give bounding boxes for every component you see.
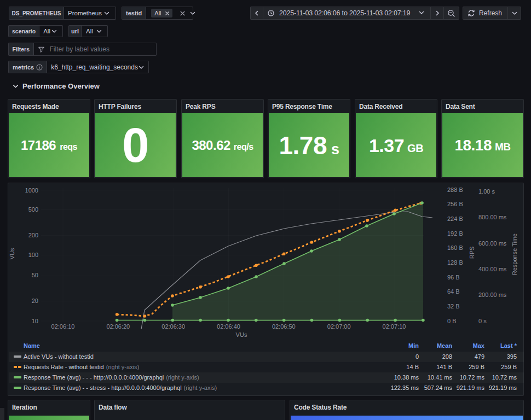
- svg-text:VUs: VUs: [236, 331, 247, 338]
- svg-text:200.00 ms: 200.00 ms: [478, 291, 507, 298]
- svg-text:VUs: VUs: [9, 248, 15, 259]
- svg-text:Response Time: Response Time: [511, 234, 518, 275]
- svg-text:600.00 ms: 600.00 ms: [478, 240, 507, 247]
- svg-text:02:07:00: 02:07:00: [327, 323, 351, 330]
- svg-text:500: 500: [28, 206, 38, 213]
- svg-text:288 B: 288 B: [447, 186, 463, 193]
- svg-text:200: 200: [28, 232, 38, 238]
- svg-text:02:06:30: 02:06:30: [161, 323, 185, 330]
- svg-text:10: 10: [32, 318, 38, 324]
- svg-text:32 B: 32 B: [447, 303, 460, 310]
- svg-text:02:06:10: 02:06:10: [51, 323, 75, 330]
- svg-text:256 B: 256 B: [447, 201, 463, 207]
- svg-text:800.00 ms: 800.00 ms: [478, 214, 507, 220]
- svg-text:50: 50: [32, 272, 38, 278]
- svg-text:0 s: 0 s: [478, 318, 487, 324]
- svg-text:64 B: 64 B: [447, 288, 460, 295]
- svg-text:128 B: 128 B: [447, 259, 463, 266]
- svg-text:02:06:50: 02:06:50: [272, 323, 296, 330]
- svg-text:02:06:40: 02:06:40: [217, 323, 240, 330]
- svg-text:0 B: 0 B: [447, 318, 457, 324]
- svg-text:1000: 1000: [25, 187, 38, 194]
- svg-text:02:07:10: 02:07:10: [383, 323, 406, 330]
- svg-text:192 B: 192 B: [447, 230, 463, 237]
- svg-text:1.00 s: 1.00 s: [478, 188, 495, 195]
- svg-text:96 B: 96 B: [447, 274, 460, 281]
- svg-text:224 B: 224 B: [447, 215, 463, 222]
- svg-text:100: 100: [28, 252, 38, 258]
- svg-text:160 B: 160 B: [447, 244, 463, 251]
- svg-text:400.00 ms: 400.00 ms: [478, 266, 507, 272]
- svg-text:20: 20: [32, 298, 38, 304]
- svg-text:RPS: RPS: [469, 247, 475, 259]
- svg-text:02:06:20: 02:06:20: [106, 323, 130, 330]
